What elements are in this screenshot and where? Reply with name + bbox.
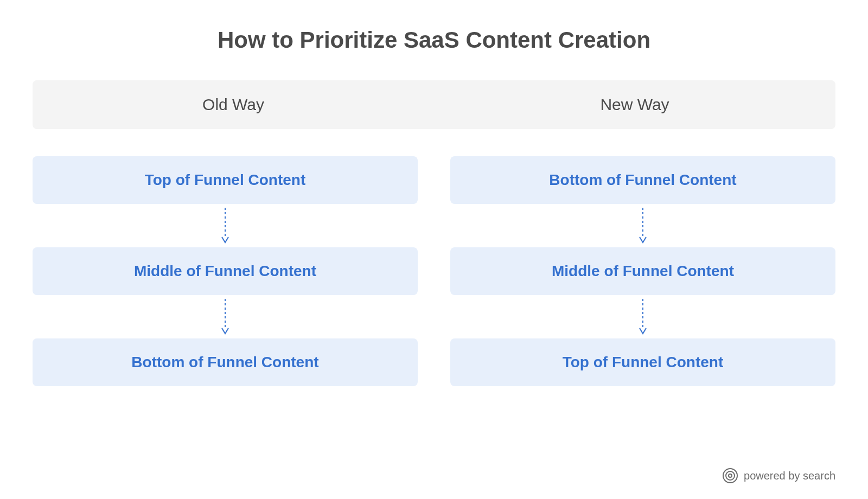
arrow-down-icon (639, 295, 647, 338)
new-way-header: New Way (434, 95, 835, 114)
new-way-stage-1: Bottom of Funnel Content (450, 156, 835, 204)
arrow-down-icon (221, 204, 229, 247)
old-way-stage-3: Bottom of Funnel Content (33, 338, 418, 386)
old-way-column: Top of Funnel Content Middle of Funnel C… (33, 156, 418, 386)
diagram-canvas: How to Prioritize SaaS Content Creation … (0, 0, 868, 499)
arrow-down-icon (639, 204, 647, 247)
column-header-row: Old Way New Way (33, 80, 835, 129)
svg-point-6 (729, 474, 732, 477)
new-way-stage-2: Middle of Funnel Content (450, 247, 835, 295)
arrow-down-icon (221, 295, 229, 338)
svg-point-4 (723, 469, 737, 483)
spiral-logo-icon (722, 468, 738, 484)
old-way-stage-1: Top of Funnel Content (33, 156, 418, 204)
new-way-column: Bottom of Funnel Content Middle of Funne… (450, 156, 835, 386)
columns-wrap: Top of Funnel Content Middle of Funnel C… (33, 156, 835, 386)
footer-brand-text: powered by search (744, 470, 835, 482)
footer-brand: powered by search (722, 468, 835, 484)
svg-point-5 (726, 471, 735, 480)
new-way-stage-3: Top of Funnel Content (450, 338, 835, 386)
page-title: How to Prioritize SaaS Content Creation (33, 27, 835, 53)
old-way-header: Old Way (33, 95, 434, 114)
old-way-stage-2: Middle of Funnel Content (33, 247, 418, 295)
